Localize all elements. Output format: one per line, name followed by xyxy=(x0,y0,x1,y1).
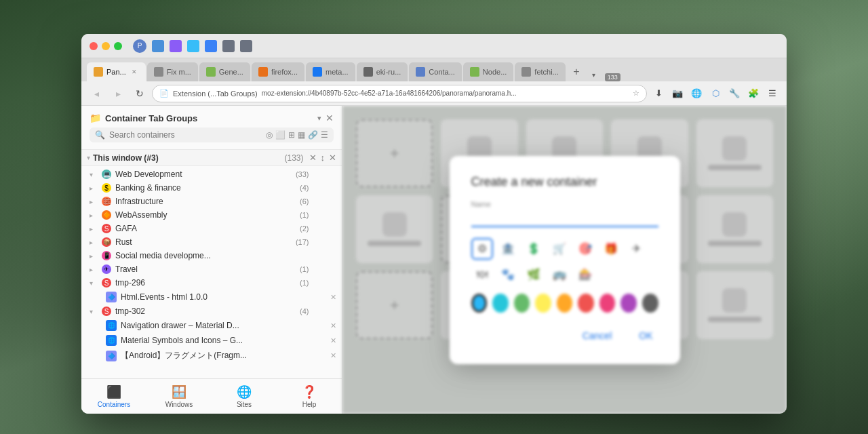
screenshot-icon[interactable]: 📷 xyxy=(669,85,686,102)
more-icon[interactable]: ••• xyxy=(321,307,329,316)
more-icon[interactable]: ••• xyxy=(321,211,329,220)
close-icon[interactable]: ✕ xyxy=(330,265,336,274)
fullscreen-traffic-light[interactable] xyxy=(114,42,122,50)
tab-close-button[interactable]: ✕ xyxy=(130,67,139,77)
translate-icon[interactable]: 🌐 xyxy=(688,85,705,102)
address-bar[interactable]: 📄 Extension (...Tab Groups) moz-extensio… xyxy=(152,85,647,102)
more-icon[interactable]: ••• xyxy=(321,197,329,206)
icon-option-food[interactable]: 🍽 xyxy=(471,264,493,285)
sub-item-nav-drawer[interactable]: 🌐 Navigation drawer – Material D... ✕ xyxy=(81,318,342,333)
container-gafa[interactable]: ▸ S GAFA (2) ☆ ••• ✕ xyxy=(81,222,342,235)
tab-4[interactable]: firefox... xyxy=(252,62,304,81)
download-icon[interactable]: ⬇ xyxy=(650,85,667,102)
container-tmp296[interactable]: ▾ S tmp-296 (1) ☆ ••• ✕ xyxy=(81,276,342,290)
sub-item-close[interactable]: ✕ xyxy=(330,351,336,360)
star-icon[interactable]: ☆ xyxy=(313,238,319,247)
close-icon[interactable]: ✕ xyxy=(330,197,336,206)
nav-sites[interactable]: 🌐 Sites xyxy=(212,379,277,414)
window-close-icon[interactable]: ✕ xyxy=(329,153,336,163)
close-icon[interactable]: ✕ xyxy=(330,307,336,316)
reload-button[interactable]: ↻ xyxy=(130,84,149,103)
more-icon[interactable]: ••• xyxy=(321,184,329,193)
star-icon[interactable]: ☆ xyxy=(313,279,319,288)
color-swatch-green[interactable] xyxy=(514,294,530,313)
search-input[interactable] xyxy=(109,130,262,140)
icon-option-dollar[interactable]: 💲 xyxy=(523,238,545,260)
sub-item-android-fragment[interactable]: 🔷 【Android】フラグメント(Fragm... ✕ xyxy=(81,348,342,363)
tab-3[interactable]: Gene... xyxy=(199,62,250,81)
tab-overflow-button[interactable]: ▾ xyxy=(587,68,601,81)
window-collapse-icon[interactable]: ✕ xyxy=(309,153,317,163)
extension-btn-1[interactable]: ⬡ xyxy=(707,85,724,102)
sub-item-material-symbols[interactable]: 🌐 Material Symbols and Icons – G... ✕ xyxy=(81,333,342,348)
tab-5[interactable]: meta... xyxy=(306,62,355,81)
container-banking[interactable]: ▸ $ Banking & finance (4) ☆ ••• ✕ xyxy=(81,181,342,195)
star-icon[interactable]: ☆ xyxy=(313,265,319,274)
color-swatch-orange[interactable] xyxy=(557,294,573,313)
close-icon[interactable]: ✕ xyxy=(330,224,336,233)
color-swatch-yellow[interactable] xyxy=(535,294,551,313)
search-link-icon[interactable]: 🔗 xyxy=(308,130,318,140)
search-menu-icon[interactable]: ☰ xyxy=(321,130,328,140)
dialog-name-input[interactable] xyxy=(471,210,658,227)
color-swatch-teal[interactable] xyxy=(492,294,509,313)
cancel-button[interactable]: Cancel xyxy=(577,326,618,345)
ok-button[interactable]: OK xyxy=(633,326,658,345)
icon-option-cart[interactable]: 🛒 xyxy=(549,238,570,260)
nav-containers[interactable]: ⬛ Containers xyxy=(81,379,146,414)
forward-button[interactable]: ▸ xyxy=(108,84,127,103)
icon-option-bank[interactable]: 🏦 xyxy=(497,238,519,260)
sub-item-close[interactable]: ✕ xyxy=(330,321,336,330)
tab-7[interactable]: Conta... xyxy=(409,62,462,81)
close-icon[interactable]: ✕ xyxy=(330,238,336,247)
container-infra[interactable]: ▸ 🧱 Infrastructure (6) ☆ ••• ✕ xyxy=(81,195,342,208)
tab-6[interactable]: eki-ru... xyxy=(357,62,408,81)
container-wasm[interactable]: ▸ 🔶 WebAssembly (1) ☆ ••• ✕ xyxy=(81,208,342,222)
close-icon[interactable]: ✕ xyxy=(330,184,336,193)
more-icon[interactable]: ••• xyxy=(321,224,329,233)
sub-item-html-events[interactable]: 🔷 Html.Events - html 1.0.0 ✕ xyxy=(81,290,342,304)
search-camera-icon[interactable]: ◎ xyxy=(266,130,273,140)
icon-option-plane[interactable]: ✈ xyxy=(626,238,648,260)
close-icon[interactable]: ✕ xyxy=(330,170,336,179)
address-star-icon[interactable]: ☆ xyxy=(633,89,639,98)
tab-9[interactable]: fetchi... xyxy=(515,62,565,81)
search-grid2-icon[interactable]: ▦ xyxy=(298,130,305,140)
sub-item-close[interactable]: ✕ xyxy=(330,293,336,302)
wrench-icon[interactable]: 🔧 xyxy=(726,85,743,102)
container-rust[interactable]: ▸ 📦 Rust (17) ☆ ••• ✕ xyxy=(81,235,342,249)
color-swatch-gray[interactable] xyxy=(642,294,658,313)
menu-icon[interactable]: ☰ xyxy=(764,85,781,102)
window-expand-icon[interactable]: ▾ xyxy=(87,154,90,161)
close-icon[interactable]: ✕ xyxy=(330,211,336,220)
color-swatch-red[interactable] xyxy=(578,294,594,313)
sidebar-close-button[interactable]: ✕ xyxy=(326,113,334,123)
nav-windows[interactable]: 🪟 Windows xyxy=(146,379,212,414)
close-traffic-light[interactable] xyxy=(90,42,98,50)
star-icon[interactable]: ☆ xyxy=(313,211,319,220)
window-expand-all-icon[interactable]: ↕ xyxy=(321,153,326,163)
star-icon[interactable]: ☆ xyxy=(313,224,319,233)
icon-option-paw[interactable]: 🐾 xyxy=(497,264,519,285)
close-icon[interactable]: ✕ xyxy=(330,252,336,260)
tab-2[interactable]: Fix m... xyxy=(147,62,198,81)
more-icon[interactable]: ••• xyxy=(321,279,329,288)
icon-option-casino[interactable]: 🎰 xyxy=(574,264,596,285)
tab-8[interactable]: Node... xyxy=(463,62,513,81)
more-icon[interactable]: ••• xyxy=(321,252,329,260)
star-icon[interactable]: ☆ xyxy=(313,252,319,260)
sub-item-close[interactable]: ✕ xyxy=(330,336,336,345)
container-travel[interactable]: ▸ ✈ Travel (1) ☆ ••• ✕ xyxy=(81,262,342,276)
sidebar-chevron-icon[interactable]: ▾ xyxy=(317,114,321,123)
container-social[interactable]: ▸ 📱 Social media developme... ☆ ••• ✕ xyxy=(81,249,342,262)
icon-option-target[interactable]: 🎯 xyxy=(574,238,596,260)
color-swatch-blue[interactable] xyxy=(471,294,488,313)
more-icon[interactable]: ••• xyxy=(321,238,329,247)
icon-option-bus[interactable]: 🚌 xyxy=(549,264,570,285)
close-icon[interactable]: ✕ xyxy=(330,279,336,288)
back-button[interactable]: ◂ xyxy=(87,84,106,103)
star-icon[interactable]: ☆ xyxy=(313,184,319,193)
tab-active[interactable]: Pan... ✕ xyxy=(87,62,146,81)
icon-option-leaf[interactable]: 🌿 xyxy=(523,264,545,285)
container-web-dev[interactable]: ▾ 💻 Web Development (33) ☆ ••• ✕ xyxy=(81,167,342,181)
